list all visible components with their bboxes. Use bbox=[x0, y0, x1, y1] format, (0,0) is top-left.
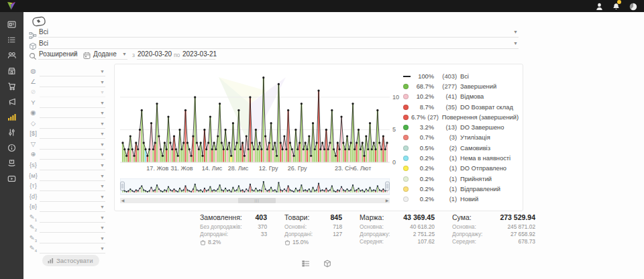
legend-item[interactable]: 0.2%(1)Нема в наявності bbox=[403, 153, 519, 163]
filter-dropdown[interactable]: ▼ bbox=[40, 119, 105, 129]
chart-navigator[interactable] bbox=[120, 178, 390, 196]
filter-dropdown[interactable]: ▼ bbox=[40, 88, 105, 97]
source-m-icon: {м} bbox=[29, 172, 38, 179]
filter-row-package[interactable]: ◇▼ bbox=[29, 119, 105, 129]
filter-dropdown[interactable]: ▼ bbox=[40, 67, 105, 76]
legend-item[interactable]: 0.2%(1)Прийнятий bbox=[403, 174, 519, 184]
legend-lbl: Відмова bbox=[460, 93, 484, 100]
sidebar-item-customers-icon[interactable] bbox=[7, 50, 17, 60]
filter-dropdown[interactable]: ▼ bbox=[40, 172, 105, 181]
filter-dropdown[interactable]: ▼ bbox=[40, 203, 105, 212]
filter-dropdown[interactable]: ▼ bbox=[40, 140, 105, 150]
sidebar-item-settings-sliders-icon[interactable] bbox=[7, 127, 17, 137]
filter-row-source-t[interactable]: {т}▼ bbox=[29, 182, 105, 191]
navigator-handle-right[interactable] bbox=[386, 182, 390, 190]
sidebar-item-video-tutorials-icon[interactable] bbox=[7, 174, 17, 183]
legend-item[interactable]: 68.7%(277)Завершений bbox=[403, 81, 519, 91]
legend-item[interactable]: 0.5%(2)Самовивіз bbox=[403, 143, 519, 153]
filter-row-custom-field-3[interactable]: ✎3▼ bbox=[29, 234, 105, 243]
filter-row-source-b[interactable]: {в}▼ bbox=[29, 203, 105, 212]
filter-dropdown[interactable]: ▼ bbox=[40, 78, 105, 87]
avatar-icon[interactable] bbox=[629, 1, 637, 13]
navigator-handle-left[interactable] bbox=[121, 182, 125, 190]
sidebar-item-info-icon[interactable] bbox=[7, 143, 17, 152]
source-t-icon: {т} bbox=[29, 182, 38, 189]
filter-row-source-m[interactable]: {м}▼ bbox=[29, 172, 105, 181]
sidebar-item-cart-icon[interactable] bbox=[7, 81, 17, 91]
date-from-input[interactable]: 2020-03-20 bbox=[137, 50, 170, 60]
mini-bars-icon bbox=[48, 258, 54, 264]
legend-swatch bbox=[403, 166, 409, 171]
legend-item[interactable]: 3.2%(13)DO Завершено bbox=[403, 122, 519, 132]
sidebar bbox=[0, 12, 23, 279]
sidebar-item-store-icon[interactable] bbox=[7, 66, 17, 75]
filter-dropdown[interactable]: ▼ bbox=[40, 150, 105, 160]
stat-column: Маржа:43 369.45Основна:40 618.20Допродаж… bbox=[360, 213, 435, 245]
legend-pct: 0.2% bbox=[411, 186, 434, 192]
orders-main-chart[interactable] bbox=[120, 71, 390, 165]
product-filter-field[interactable]: Всі ▼ bbox=[38, 39, 519, 49]
legend-item[interactable]: 10.2%(41)Відмова bbox=[403, 92, 519, 102]
stat-subrow: Без допродажів:370 bbox=[200, 223, 267, 231]
filter-dropdown[interactable]: ▼ bbox=[40, 129, 105, 139]
date-field-select[interactable]: Додане ▼ bbox=[93, 50, 127, 60]
chevron-down-icon: ▼ bbox=[122, 52, 127, 56]
filter-dropdown[interactable]: ▼ bbox=[40, 244, 105, 254]
apply-button[interactable]: Застосувати bbox=[42, 255, 99, 266]
sidebar-item-orders-list-icon[interactable] bbox=[7, 35, 17, 44]
sidebar-item-dashboard-icon[interactable] bbox=[7, 19, 17, 29]
legend-item[interactable]: 100%(403)Всі bbox=[403, 71, 519, 81]
sidebar-item-package-hand-icon[interactable] bbox=[7, 158, 17, 168]
filter-dropdown[interactable]: ▼ bbox=[40, 213, 105, 223]
funnel-icon: ▽ bbox=[29, 140, 38, 148]
custom-field-3-icon: ✎3 bbox=[29, 234, 38, 243]
search-mode-select[interactable]: Розширений ▼ bbox=[38, 50, 78, 60]
user-icon[interactable] bbox=[596, 1, 603, 13]
filter-dropdown[interactable]: ▼ bbox=[40, 182, 105, 191]
trend-icon: ∠ bbox=[29, 78, 38, 85]
filter-dropdown[interactable]: ▼ bbox=[40, 192, 105, 202]
filter-row-source-d[interactable]: {d}▼ bbox=[29, 192, 105, 202]
scrollbar-thumb[interactable]: ||| bbox=[238, 198, 276, 203]
legend-item[interactable]: 0.2%(1)Новий bbox=[403, 194, 519, 205]
hierarchy-icon: Y bbox=[29, 99, 38, 106]
legend-item[interactable]: 0.2%(1)DO Отправлено bbox=[403, 164, 519, 174]
chevron-down-icon: ▼ bbox=[100, 236, 105, 241]
filter-dropdown[interactable]: ▼ bbox=[40, 99, 105, 108]
filter-row-trend[interactable]: ∠▼ bbox=[29, 78, 105, 87]
filter-row-money[interactable]: [$]▼ bbox=[29, 129, 105, 139]
filter-row-globe-filled[interactable]: ◍▼ bbox=[29, 67, 105, 76]
date-to-input[interactable]: 2023-03-21 bbox=[182, 50, 215, 60]
filter-row-source-s[interactable]: {s}▼ bbox=[29, 161, 105, 170]
legend-cnt: (1) bbox=[435, 196, 457, 203]
source-d-icon: {d} bbox=[29, 192, 38, 200]
table-view-icon[interactable] bbox=[302, 258, 310, 270]
filter-dropdown[interactable]: ▼ bbox=[40, 234, 105, 243]
legend-item[interactable]: 0.7%(3)Утилізація bbox=[403, 133, 519, 143]
scroll-left-icon[interactable]: ◀ bbox=[120, 198, 125, 203]
legend-pct: 0.2% bbox=[411, 165, 434, 172]
sidebar-item-analytics-bars-icon[interactable] bbox=[7, 112, 17, 121]
status-filter-value: Всі bbox=[39, 28, 48, 36]
orders-chart-panel: 0510 17. Жов31. Жов14. Лис28. Лис12. Гру… bbox=[114, 64, 523, 211]
filter-dropdown[interactable]: ▼ bbox=[40, 161, 105, 170]
filter-row-disabled-filter[interactable]: ⊘▼ bbox=[29, 88, 105, 97]
filter-dropdown[interactable]: ▼ bbox=[40, 223, 105, 233]
notifications-bell-icon[interactable] bbox=[612, 1, 620, 13]
legend-item[interactable]: 6.7%(27)Повернення (завершений) bbox=[403, 112, 519, 122]
legend-item[interactable]: 0.2%(1)Відправлений bbox=[403, 184, 519, 194]
filter-row-globe[interactable]: ⊕▼ bbox=[29, 150, 105, 160]
filter-row-custom-field-4[interactable]: ✎4▼ bbox=[29, 244, 105, 254]
scroll-right-icon[interactable]: ▶ bbox=[384, 198, 390, 203]
filter-row-custom-field-1[interactable]: ✎1▼ bbox=[29, 213, 105, 223]
legend-item[interactable]: 8.7%(35)DO Возврат склад bbox=[403, 102, 519, 112]
filter-row-hierarchy[interactable]: Y▼ bbox=[29, 99, 105, 108]
status-filter-field[interactable]: Всі ▼ bbox=[38, 27, 519, 38]
navigator-scrollbar[interactable]: ◀ ||| ▶ bbox=[120, 198, 390, 203]
filter-row-funnel[interactable]: ▽▼ bbox=[29, 140, 105, 150]
filter-row-fingerprint[interactable]: ◉▼ bbox=[29, 109, 105, 118]
filter-row-custom-field-2[interactable]: ✎2▼ bbox=[29, 223, 105, 233]
sidebar-item-megaphone-icon[interactable] bbox=[7, 97, 17, 106]
filter-dropdown[interactable]: ▼ bbox=[40, 109, 105, 118]
package-view-icon[interactable] bbox=[323, 258, 331, 270]
